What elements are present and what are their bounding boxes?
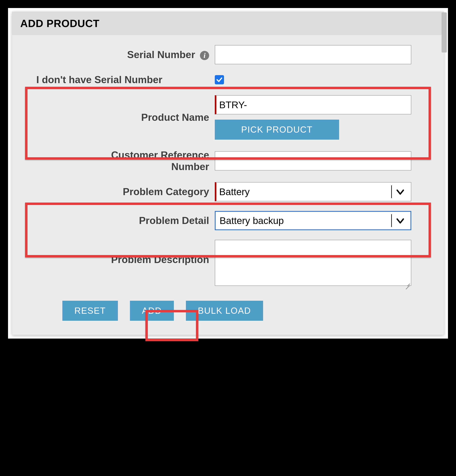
pick-product-button[interactable]: PICK PRODUCT	[215, 119, 339, 140]
panel-body: Serial Number i I don't have Serial Numb…	[12, 35, 444, 335]
serial-number-input[interactable]	[215, 45, 411, 64]
label-product-name: Product Name	[22, 111, 215, 123]
no-serial-checkbox[interactable]	[215, 75, 224, 84]
row-customer-ref: Customer Reference Number	[22, 149, 434, 172]
label-problem-description: Problem Description	[22, 240, 215, 265]
label-text-line1: Customer Reference	[22, 149, 209, 161]
label-customer-ref: Customer Reference Number	[22, 149, 215, 172]
product-name-input[interactable]	[215, 95, 411, 114]
row-problem-detail: Problem Detail	[22, 211, 434, 230]
label-problem-category: Problem Category	[22, 186, 215, 197]
label-serial-number: Serial Number i	[22, 49, 215, 60]
row-serial-number: Serial Number i	[22, 45, 434, 64]
label-no-serial: I don't have Serial Number	[22, 74, 215, 85]
bulk-load-button[interactable]: BULK LOAD	[186, 301, 263, 321]
info-icon[interactable]: i	[200, 51, 209, 60]
row-product-name: Product Name PICK PRODUCT	[22, 95, 434, 140]
problem-detail-value[interactable]	[215, 211, 411, 230]
row-problem-description: Problem Description	[22, 240, 434, 287]
row-no-serial: I don't have Serial Number	[22, 74, 434, 85]
app-frame: ADD PRODUCT Serial Number i I don't have…	[8, 8, 448, 339]
label-text: Serial Number	[127, 49, 195, 60]
row-problem-category: Problem Category	[22, 182, 434, 201]
problem-category-select[interactable]	[215, 182, 411, 201]
reset-button[interactable]: RESET	[62, 301, 118, 321]
panel-title: ADD PRODUCT	[12, 12, 444, 35]
add-button[interactable]: ADD	[130, 301, 174, 321]
customer-ref-input[interactable]	[215, 151, 411, 170]
add-product-panel: ADD PRODUCT Serial Number i I don't have…	[12, 12, 444, 335]
problem-detail-select[interactable]	[215, 211, 411, 230]
problem-category-value[interactable]	[215, 182, 411, 201]
label-problem-detail: Problem Detail	[22, 215, 215, 226]
action-bar: RESET ADD BULK LOAD	[22, 301, 434, 321]
checkmark-icon	[216, 76, 223, 83]
label-text-line2: Number	[22, 161, 209, 172]
problem-description-textarea[interactable]	[215, 240, 411, 286]
